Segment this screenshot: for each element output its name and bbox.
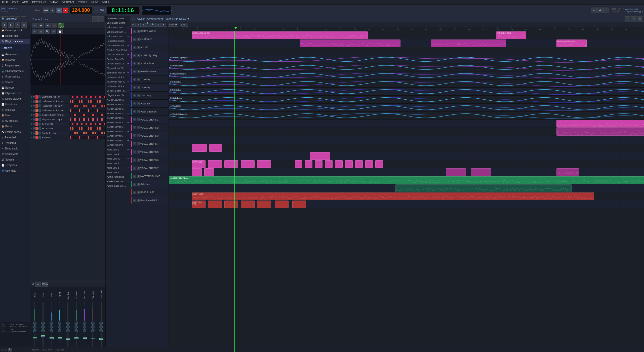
track-header-row[interactable]: MSVOCAL CHOPS 5 [130, 148, 169, 156]
plugin-list-item[interactable]: Volt CleanCrash 05 #2+ [106, 25, 130, 30]
step-pad[interactable] [74, 95, 76, 98]
track-header-row[interactable]: MSVOCAL CHOPS 3 [130, 132, 169, 140]
step-pad[interactable] [78, 123, 80, 126]
pt-zoom-out[interactable]: 🔍- [151, 23, 156, 27]
wf-rec[interactable]: ● [52, 23, 57, 28]
step-pad[interactable] [81, 95, 83, 98]
plugin-list-item[interactable]: ElegantScent Clap #4+ [106, 66, 130, 70]
step-pad[interactable] [97, 136, 99, 139]
plugin-list-item[interactable]: Volt CleanCrash 05 #6+ [106, 34, 130, 39]
track-mute-btn[interactable]: M [133, 134, 136, 137]
plugin-add-btn[interactable]: + [127, 98, 129, 101]
track-header-row[interactable]: MSVOCAL CHOPS 4 [130, 140, 169, 148]
step-pad[interactable] [101, 136, 103, 139]
step-pad[interactable] [99, 123, 101, 126]
step-pad[interactable] [69, 118, 71, 121]
step-pad[interactable] [76, 127, 78, 130]
step-pad[interactable] [94, 132, 96, 135]
step-pad[interactable] [72, 136, 74, 139]
wf-loop[interactable]: ↩ [32, 23, 37, 28]
step-pad[interactable] [90, 127, 92, 130]
step-pad[interactable] [97, 109, 99, 112]
step-pad[interactable] [81, 132, 83, 135]
channel-row[interactable]: MElegantScent Clap #1 [30, 117, 105, 122]
track-solo-btn[interactable]: S [137, 134, 140, 137]
step-pad[interactable] [92, 127, 94, 130]
arrangement-clip[interactable] [315, 160, 323, 168]
step-pad[interactable] [92, 104, 94, 107]
sidebar-item-impulses[interactable]: ⚡ Impulses [0, 107, 30, 113]
sidebar-item-mixer-presets[interactable]: 🎚 Mixer presets [0, 74, 30, 80]
step-pad[interactable] [69, 123, 71, 126]
step-pad[interactable] [76, 123, 78, 126]
step-pad[interactable] [101, 118, 103, 121]
track-mute-btn[interactable]: M [133, 38, 136, 41]
step-pad[interactable] [85, 109, 87, 112]
channel-row[interactable]: MHalloween Kick #2 #5 [30, 99, 105, 104]
channel-volume-knob[interactable] [38, 100, 41, 103]
track-mute-btn[interactable]: M [133, 86, 136, 89]
plugin-add-btn[interactable]: + [127, 89, 129, 92]
channel-row[interactable]: MEarthound Kick #4 [30, 95, 105, 99]
arrangement-clip[interactable] [241, 201, 255, 208]
plugin-add-btn[interactable]: + [127, 94, 129, 97]
plugin-list-item[interactable]: Karra Low 3+ [106, 170, 130, 175]
channel-mute-btn[interactable]: M [33, 123, 35, 125]
wf-stop[interactable]: ■ [45, 23, 51, 28]
channel-row[interactable]: M3x Osc #18 [30, 126, 105, 131]
step-pad[interactable] [99, 132, 101, 135]
browser-fav[interactable]: ★ [21, 22, 27, 28]
plugin-list-item[interactable]: Collider Tuned Dial 0+ [106, 61, 130, 66]
step-pad[interactable] [83, 118, 85, 121]
step-pad[interactable] [69, 132, 71, 135]
step-pad[interactable] [103, 113, 105, 116]
mixer-knob[interactable] [50, 329, 53, 332]
step-pad[interactable] [74, 118, 76, 121]
channel-mute-btn[interactable]: M [33, 109, 35, 112]
step-pad[interactable] [99, 95, 101, 98]
mixer-knob[interactable] [50, 325, 53, 329]
plugin-list-item[interactable]: Awake Ambience+ [106, 175, 130, 179]
step-pad[interactable] [81, 127, 83, 130]
arrangement-clip[interactable] [355, 160, 363, 168]
arrangement-clip[interactable]: BASS PULSE [192, 192, 594, 200]
channel-volume-knob[interactable] [38, 123, 41, 126]
plugin-list-item[interactable]: KARRA LEAD VOCAL #4+ [106, 111, 130, 116]
channel-row[interactable]: M3x Osc #17 [30, 122, 105, 126]
step-pad[interactable] [72, 127, 74, 130]
step-pad[interactable] [94, 95, 96, 98]
step-pad[interactable] [88, 109, 90, 112]
channel-mute-btn[interactable]: M [33, 114, 35, 116]
step-pad[interactable] [94, 118, 96, 121]
step-pad[interactable] [69, 113, 71, 116]
step-pad[interactable] [92, 136, 94, 139]
channel-volume-knob[interactable] [38, 118, 41, 121]
track-header-row[interactable]: MSReverb Volume [130, 67, 169, 75]
step-pad[interactable] [72, 132, 74, 135]
step-pad[interactable] [92, 109, 94, 112]
step-pad[interactable] [76, 113, 78, 116]
step-pad[interactable] [69, 104, 71, 107]
track-mute-btn[interactable]: M [133, 54, 136, 57]
step-pad[interactable] [90, 104, 92, 107]
step-pad[interactable] [88, 136, 90, 139]
arrangement-clip[interactable] [209, 144, 222, 152]
step-pad[interactable] [85, 104, 87, 107]
step-pad[interactable] [92, 100, 94, 103]
track-mute-btn[interactable]: M [133, 150, 136, 153]
step-pad[interactable] [90, 100, 92, 103]
step-pad[interactable] [83, 136, 85, 139]
step-pad[interactable] [103, 132, 105, 135]
track-solo-btn[interactable]: S [137, 199, 140, 202]
plugin-add-btn[interactable]: + [127, 21, 129, 24]
arrangement-clip[interactable] [208, 160, 222, 168]
sidebar-item-current-project[interactable]: 📁 Current project [0, 28, 30, 33]
browser-up[interactable]: ↑ [15, 22, 20, 28]
plugin-list-item[interactable]: ElegantScent Clap #1+ [106, 93, 130, 98]
sidebar-item-envelopes[interactable]: 📈 Envelopes [0, 102, 30, 107]
browser-back[interactable]: ◀ [2, 22, 7, 28]
step-pad[interactable] [92, 113, 94, 116]
plugin-add-btn[interactable]: + [127, 40, 129, 42]
menu-edit[interactable]: EDIT [10, 1, 20, 4]
plugin-list-item[interactable]: KARRA ADLIBS Part 2+ [106, 143, 130, 147]
